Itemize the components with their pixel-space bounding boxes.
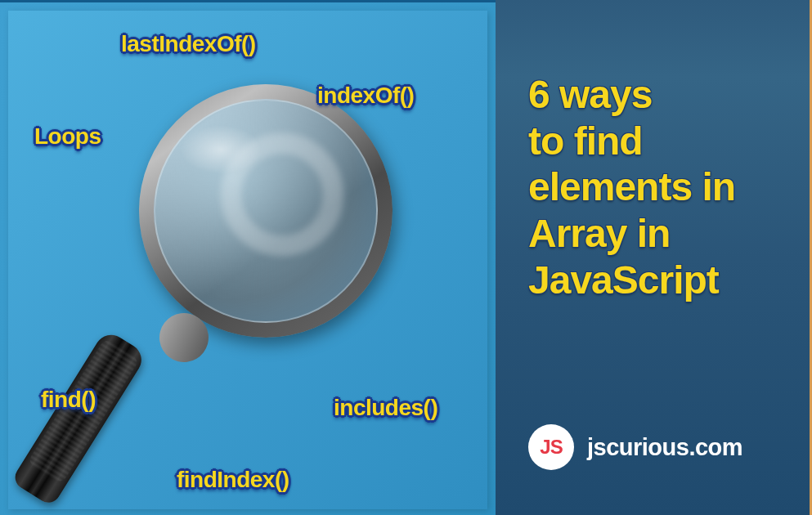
brand-logo-text: JS (540, 436, 562, 459)
lens-highlight (180, 125, 262, 174)
brand-container: JS jscurious.com (528, 424, 742, 470)
brand-name: jscurious.com (587, 434, 742, 461)
lens-glass (154, 99, 378, 323)
label-lastindexof: lastIndexOf() (121, 31, 256, 57)
label-find: find() (41, 387, 96, 413)
left-panel: lastIndexOf() indexOf() Loops find() inc… (0, 0, 496, 515)
label-indexof: indexOf() (317, 83, 414, 109)
title-line-1: 6 ways (528, 72, 787, 119)
brand-logo-icon: JS (528, 424, 574, 470)
title-line-5: JavaScript (528, 258, 787, 304)
label-findindex: findIndex() (177, 467, 289, 493)
label-loops: Loops (34, 123, 101, 150)
title-line-2: to find (528, 119, 787, 165)
label-includes: includes() (334, 395, 437, 421)
title-line-4: Array in (528, 211, 787, 258)
title-line-3: elements in (528, 164, 787, 211)
lens-rim (139, 84, 393, 338)
right-panel: 6 ways to find elements in Array in Java… (496, 0, 812, 515)
article-title: 6 ways to find elements in Array in Java… (528, 72, 787, 303)
